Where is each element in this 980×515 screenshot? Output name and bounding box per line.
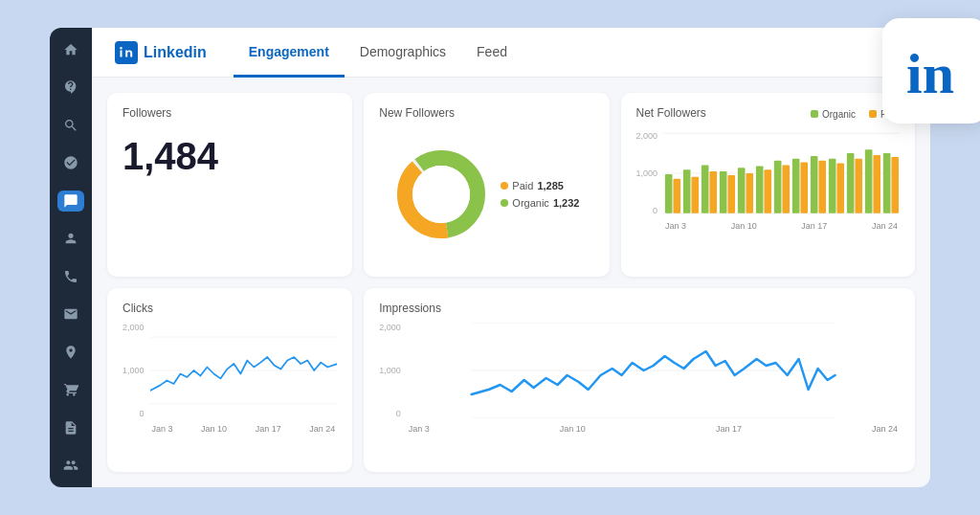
profile-icon[interactable] [57,229,84,250]
clicks-chart-wrapper: 2,000 1,000 0 Jan 3 Jan 10 [122,323,337,434]
organic-legend-label: Organic [822,109,856,120]
svg-rect-16 [738,168,746,213]
impressions-x-labels: Jan 3 Jan 10 Jan 17 Jan 24 [407,424,900,434]
svg-rect-18 [756,166,764,213]
svg-rect-31 [873,155,880,213]
x-label-jan24: Jan 24 [872,221,898,231]
svg-rect-13 [709,171,717,213]
group-icon[interactable] [57,456,84,477]
bar-chart-wrapper: 2,000 1,000 0 [636,131,901,231]
y-label-0: 0 [636,206,658,215]
sidebar [50,28,92,487]
x-label-jan3: Jan 3 [665,221,686,231]
dashboard: Followers 1,484 New Followers [92,78,930,487]
new-followers-title: New Followers [379,106,593,120]
tab-engagement[interactable]: Engagement [234,29,345,78]
x-label-jan10: Jan 10 [731,221,757,231]
organic-label: Organic [512,197,549,209]
home-icon[interactable] [57,39,84,60]
header: Linkedin Engagement Demographics Feed [92,28,930,78]
paid-value: 1,285 [537,180,564,191]
impressions-chart-area: Jan 3 Jan 10 Jan 17 Jan 24 [407,323,900,434]
layers-icon[interactable] [57,153,84,174]
clicks-title: Clicks [122,302,337,315]
logo-area: Linkedin [115,41,207,64]
svg-point-4 [412,166,470,223]
search-icon[interactable] [57,115,84,136]
new-followers-card: New Followers [364,93,609,277]
svg-rect-11 [691,177,699,213]
tab-feed[interactable]: Feed [461,29,523,78]
clicks-x-labels: Jan 3 Jan 10 Jan 17 Jan 24 [150,424,338,434]
impressions-y-axis: 2,000 1,000 0 [379,323,403,418]
donut-legend: Paid 1,285 Organic 1,232 [501,180,579,209]
email-icon[interactable] [57,304,84,325]
clicks-x-jan3: Jan 3 [152,424,173,434]
clicks-x-jan17: Jan 17 [256,424,281,434]
clicks-x-jan10: Jan 10 [201,424,227,434]
impressions-x-jan3: Jan 3 [409,424,430,434]
location-icon[interactable] [57,342,84,363]
clicks-y-axis: 2,000 1,000 0 [122,323,146,418]
chart-icon[interactable] [57,78,84,99]
donut-chart-container: Paid 1,285 Organic 1,232 [379,127,593,261]
impressions-y-1000: 1,000 [379,366,401,375]
clicks-chart-area: Jan 3 Jan 10 Jan 17 Jan 24 [150,323,338,434]
svg-rect-33 [891,157,899,213]
phone-icon[interactable] [57,266,84,287]
paid-legend-item: Paid 1,285 [501,180,579,191]
bar-chart-svg [663,131,900,215]
impressions-x-jan24: Jan 24 [872,424,898,434]
donut-chart [393,146,489,242]
clicks-x-jan24: Jan 24 [309,424,335,434]
svg-rect-32 [883,153,891,213]
linkedin-badge: in [882,18,980,123]
cart-icon[interactable] [57,380,84,401]
svg-rect-9 [673,179,680,213]
svg-rect-25 [818,161,826,213]
impressions-x-jan17: Jan 17 [716,424,742,434]
impressions-title: Impressions [379,302,900,315]
net-followers-title: Net Followers [636,106,706,120]
paid-dot [501,182,508,190]
message-icon[interactable] [57,190,84,212]
followers-card: Followers 1,484 [107,93,352,277]
svg-rect-26 [829,159,836,213]
impressions-y-0: 0 [379,409,401,418]
svg-rect-22 [792,159,800,213]
organic-legend-item: Organic 1,232 [501,197,579,209]
clicks-y-1000: 1,000 [122,366,145,375]
svg-rect-17 [746,173,753,213]
svg-rect-8 [665,174,673,213]
nav-tabs: Engagement Demographics Feed [234,28,523,77]
svg-rect-12 [702,165,709,213]
net-followers-card: Net Followers Organic Paid [621,93,916,277]
svg-rect-15 [727,175,735,213]
x-label-jan17: Jan 17 [801,221,827,231]
organic-value: 1,232 [553,197,580,209]
main-content: Linkedin Engagement Demographics Feed Fo… [92,28,930,487]
organic-square [811,110,818,118]
impressions-line-svg [407,323,900,418]
app-name: Linkedin [144,44,207,61]
document-icon[interactable] [57,417,84,438]
svg-rect-30 [865,149,873,213]
clicks-card: Clicks 2,000 1,000 0 [107,288,352,472]
tab-demographics[interactable]: Demographics [345,29,461,78]
svg-rect-28 [847,153,855,213]
svg-rect-23 [800,163,808,213]
clicks-line-svg [150,323,338,418]
paid-square [869,110,877,118]
clicks-y-0: 0 [122,409,145,418]
x-axis-labels: Jan 3 Jan 10 Jan 17 Jan 24 [663,221,900,231]
impressions-chart-wrapper: 2,000 1,000 0 Jan 3 Jan 10 [379,323,900,434]
svg-rect-27 [836,164,844,213]
svg-rect-29 [855,159,862,213]
impressions-card: Impressions 2,000 1,000 0 [364,288,915,472]
paid-label: Paid [512,180,533,191]
svg-rect-19 [764,169,771,213]
followers-title: Followers [122,106,337,120]
organic-dot [501,199,508,207]
organic-legend: Organic [811,109,856,120]
y-label-1000: 1,000 [636,168,658,178]
